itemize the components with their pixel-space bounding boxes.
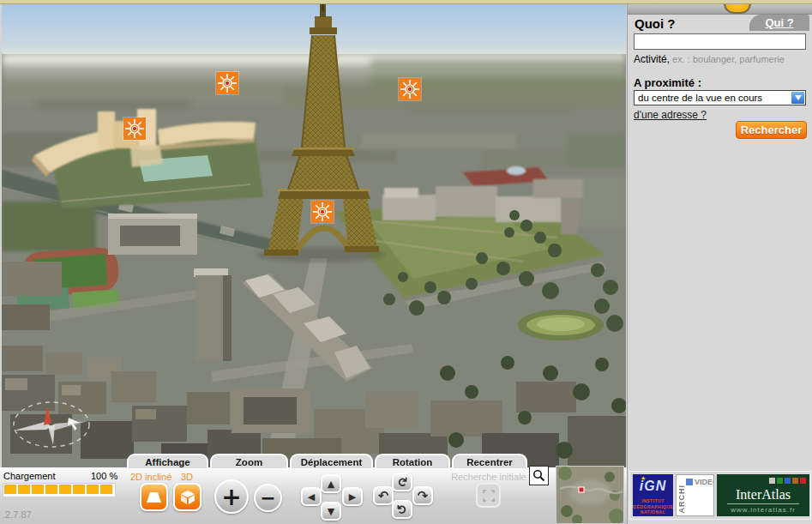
interatlas-color-squares	[769, 478, 806, 484]
activity-label: Activité,	[634, 53, 670, 65]
version-label: .2.7.87	[3, 509, 32, 520]
compass-star-icon	[123, 117, 146, 140]
rotate-cw-button[interactable]: ↷	[412, 486, 433, 505]
pan-left-button[interactable]: ◀	[301, 487, 322, 506]
tab-affichage[interactable]: Affichage	[127, 454, 208, 468]
compass-star-icon	[311, 201, 334, 223]
view-3d-button[interactable]	[173, 483, 201, 511]
search-button[interactable]: Rechercher	[736, 121, 807, 139]
video-label: VIDEO	[695, 478, 714, 486]
select-dropdown-button[interactable]	[791, 91, 805, 105]
activity-input[interactable]	[634, 33, 806, 50]
label-2d-incline: 2D incliné	[130, 472, 171, 482]
overview-minimap[interactable]	[556, 466, 624, 524]
compass-star-icon	[216, 72, 238, 94]
window-top-strip	[0, 0, 812, 4]
interatlas-url: www.interatlas.fr	[717, 506, 809, 514]
tab-qui[interactable]: Qui ?	[749, 15, 809, 31]
ign-subtitle: INSTITUT GÉOGRAPHIQUE NATIONAL	[633, 498, 673, 515]
ign-name: iGN	[633, 479, 673, 494]
pan-right-button[interactable]: ▶	[342, 487, 363, 506]
archi-label: ARCHI	[677, 485, 686, 514]
compass-star-icon	[399, 78, 421, 100]
recenter-button[interactable]	[476, 483, 501, 508]
poi-marker[interactable]	[216, 72, 238, 94]
magnifier-button[interactable]	[529, 466, 549, 485]
quoi-label: Quoi ?	[635, 16, 676, 31]
qui-label: Qui ?	[765, 16, 793, 29]
activity-caption: Activité, ex. : boulanger, parfumerie	[634, 53, 785, 65]
activity-hint: ex. : boulanger, parfumerie	[670, 54, 785, 64]
archivideo-logo: VIDEO ARCHI	[676, 474, 714, 516]
trapezoid-2d-icon	[146, 491, 162, 503]
partner-logos: ★ iGN INSTITUT GÉOGRAPHIQUE NATIONAL VID…	[629, 471, 811, 520]
bottom-toolbar: Affichage Zoom Déplacement Rotation Rece…	[0, 467, 627, 524]
pan-up-button[interactable]: ▲	[321, 474, 341, 493]
divider	[727, 503, 799, 504]
minimap-position-marker	[579, 487, 584, 492]
tilt-down-icon: ↺	[394, 504, 410, 515]
address-link[interactable]: d'une adresse ?	[634, 109, 707, 121]
application-window: Affichage Zoom Déplacement Rotation Rece…	[0, 0, 812, 524]
chevron-down-icon	[795, 95, 802, 100]
rotate-ccw-button[interactable]: ↶	[373, 486, 394, 505]
poi-marker[interactable]	[311, 201, 334, 223]
zoom-out-button[interactable]: −	[254, 484, 282, 512]
ign-logo: ★ iGN INSTITUT GÉOGRAPHIQUE NATIONAL	[633, 474, 673, 516]
tilt-down-button[interactable]: ↺	[392, 500, 412, 519]
search-panel: Quoi ? Qui ? Activité, ex. : boulanger, …	[627, 0, 812, 524]
proximity-select-value: du centre de la vue en cours	[638, 93, 762, 103]
blue-square-icon	[686, 479, 693, 485]
cube-3d-icon	[180, 490, 195, 505]
tilt-up-icon: ↻	[394, 477, 410, 488]
tilt-up-button[interactable]: ↻	[392, 473, 412, 491]
tab-deplacement[interactable]: Déplacement	[290, 454, 373, 468]
zoom-in-button[interactable]: +	[214, 479, 249, 514]
minimap-image	[556, 467, 623, 523]
tab-rotation[interactable]: Rotation	[375, 454, 450, 468]
recenter-brackets-icon	[483, 490, 495, 502]
map-3d-view[interactable]	[2, 4, 626, 467]
rotate-ccw-icon: ↶	[378, 488, 389, 503]
panel-top-bar	[628, 3, 812, 15]
poi-marker-layer	[2, 4, 626, 467]
loading-percent: 100 %	[91, 471, 117, 481]
proximity-label: A proximité :	[634, 76, 701, 89]
pan-down-button[interactable]: ▼	[321, 502, 341, 521]
loading-label: Chargement	[3, 471, 56, 481]
poi-marker[interactable]	[399, 78, 421, 100]
search-icon	[532, 469, 545, 482]
rotate-cw-icon: ↷	[418, 488, 429, 503]
label-3d: 3D	[181, 472, 193, 482]
poi-marker[interactable]	[123, 117, 146, 140]
tab-zoom[interactable]: Zoom	[210, 454, 288, 468]
interatlas-name: InterAtlas	[717, 487, 809, 503]
initial-search-label: Recherche initiale	[448, 472, 530, 482]
proximity-select[interactable]: du centre de la vue en cours	[634, 90, 806, 105]
loading-progress-bar	[3, 483, 116, 497]
view-2d-incline-button[interactable]	[140, 483, 168, 511]
interatlas-logo: InterAtlas www.interatlas.fr	[717, 474, 809, 516]
tab-recentrer[interactable]: Recentrer	[452, 454, 527, 468]
